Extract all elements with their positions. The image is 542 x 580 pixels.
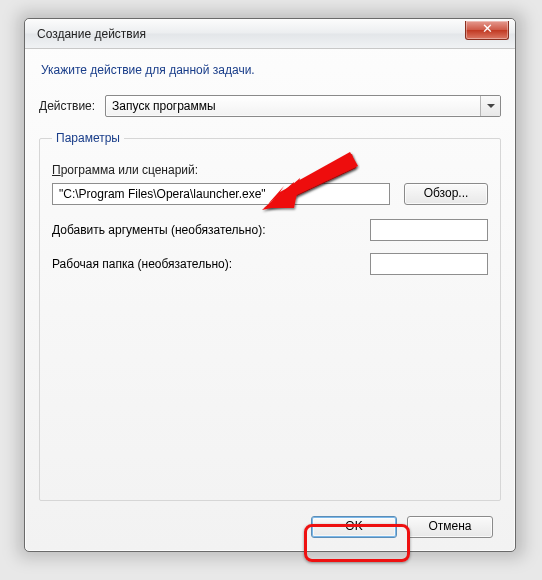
action-select-value: Запуск программы xyxy=(112,99,216,113)
client-area: Укажите действие для данной задачи. Дейс… xyxy=(25,49,515,515)
workdir-row: Рабочая папка (необязательно): xyxy=(52,253,488,275)
close-icon: ✕ xyxy=(482,21,493,36)
program-input[interactable] xyxy=(52,183,390,205)
ok-button[interactable]: OK xyxy=(311,516,397,538)
dialog-footer: OK Отмена xyxy=(25,503,515,551)
arguments-input[interactable] xyxy=(370,219,488,241)
titlebar[interactable]: Создание действия ✕ xyxy=(25,19,515,49)
window-title: Создание действия xyxy=(37,27,146,41)
instruction-text: Укажите действие для данной задачи. xyxy=(41,63,501,77)
dialog-window: Создание действия ✕ Укажите действие для… xyxy=(24,18,516,552)
workdir-input[interactable] xyxy=(370,253,488,275)
action-label: Действие: xyxy=(39,99,95,113)
arguments-row: Добавить аргументы (необязательно): xyxy=(52,219,488,241)
program-label: Программа или сценарий: xyxy=(52,163,488,177)
chevron-down-icon[interactable] xyxy=(480,96,500,116)
close-button[interactable]: ✕ xyxy=(465,21,509,40)
action-row: Действие: Запуск программы xyxy=(39,95,501,117)
arguments-label: Добавить аргументы (необязательно): xyxy=(52,223,360,237)
browse-button[interactable]: Обзор... xyxy=(404,183,488,205)
cancel-button[interactable]: Отмена xyxy=(407,516,493,538)
parameters-fieldset: Параметры Программа или сценарий: Обзор.… xyxy=(39,131,501,501)
parameters-legend: Параметры xyxy=(52,131,124,145)
action-select[interactable]: Запуск программы xyxy=(105,95,501,117)
workdir-label: Рабочая папка (необязательно): xyxy=(52,257,360,271)
program-row: Обзор... xyxy=(52,183,488,205)
action-select-wrap: Запуск программы xyxy=(105,95,501,117)
